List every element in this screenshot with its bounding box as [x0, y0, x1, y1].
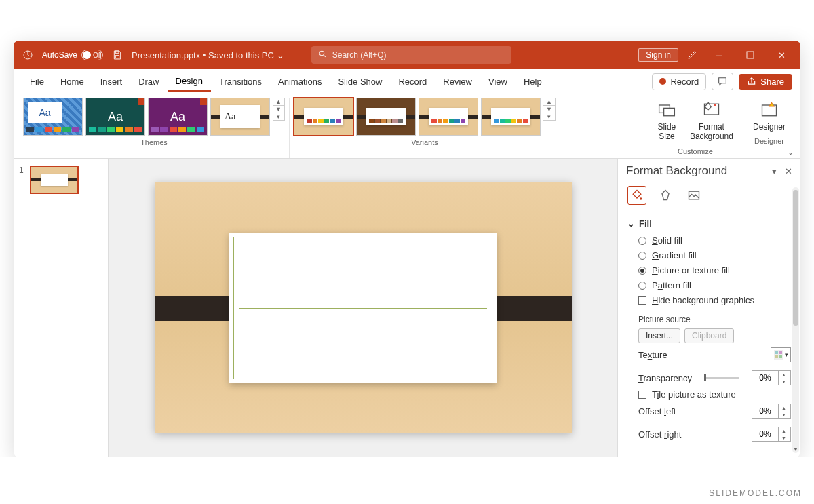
app-window: AutoSave Off Presentation.pptx • Saved t… — [14, 41, 800, 457]
pattern-fill-radio[interactable]: Pattern fill — [638, 280, 791, 290]
ribbon-group-themes: Aa Aa Aa Aa ▲▼▾ Themes — [19, 98, 290, 158]
hide-graphics-checkbox[interactable]: Hide background graphics — [638, 295, 791, 305]
format-background-button[interactable]: Format Background — [684, 98, 739, 144]
menu-transitions[interactable]: Transitions — [211, 73, 270, 91]
scroll-down-icon[interactable]: ▼ — [792, 445, 799, 453]
svg-point-8 — [714, 104, 716, 106]
app-icon — [20, 47, 35, 62]
picture-source-label: Picture source — [627, 309, 791, 328]
work-area: 1 Format Background ▾ ✕ — [14, 159, 800, 457]
chevron-down-icon[interactable]: ▼ — [543, 106, 555, 113]
texture-label: Texture — [638, 350, 667, 360]
slide-canvas[interactable] — [155, 182, 572, 433]
comments-button[interactable] — [712, 73, 733, 90]
panel-close-icon[interactable]: ✕ — [785, 166, 792, 176]
variant-thumb-3[interactable] — [419, 98, 478, 136]
offset-left-label: Offset left — [638, 406, 676, 416]
scrollbar-thumb[interactable] — [793, 190, 798, 326]
slide-thumbnail-1[interactable] — [30, 166, 79, 194]
variant-thumb-1[interactable] — [294, 98, 353, 136]
panel-scrollbar[interactable]: ▲ ▼ — [792, 187, 799, 453]
svg-rect-2 — [115, 56, 119, 58]
chevron-down-icon: ⌄ — [627, 218, 635, 229]
chevron-up-icon[interactable]: ▲ — [543, 98, 555, 106]
menu-insert[interactable]: Insert — [92, 73, 131, 91]
menu-animations[interactable]: Animations — [270, 73, 330, 91]
insert-button[interactable]: Insert... — [638, 328, 680, 343]
theme-thumb-4[interactable]: Aa — [210, 98, 270, 136]
offset-left-spinner[interactable]: ▲▼ — [752, 404, 791, 419]
menu-draw[interactable]: Draw — [130, 73, 167, 91]
fill-section-header[interactable]: ⌄ Fill — [627, 214, 791, 233]
save-icon[interactable] — [110, 47, 125, 62]
slide-canvas-area — [109, 159, 617, 457]
chevron-down-icon: ⌄ — [277, 50, 284, 60]
minimize-button[interactable]: ─ — [707, 45, 731, 64]
title-bar: AutoSave Off Presentation.pptx • Saved t… — [14, 41, 800, 69]
variant-thumb-2[interactable] — [356, 98, 416, 136]
coming-soon-icon[interactable] — [685, 47, 700, 62]
format-background-panel: Format Background ▾ ✕ ⌄ — [617, 159, 800, 457]
record-dot-icon — [659, 78, 666, 85]
autosave-toggle[interactable]: AutoSave Off — [42, 50, 103, 60]
fill-tab[interactable] — [627, 186, 646, 205]
picture-tab[interactable] — [684, 186, 703, 205]
collapse-ribbon-icon[interactable]: ⌄ — [788, 148, 794, 157]
menu-slideshow[interactable]: Slide Show — [330, 73, 390, 91]
ribbon-group-variants: ▲▼▾ Variants — [290, 98, 560, 158]
menu-view[interactable]: View — [480, 73, 516, 91]
sign-in-button[interactable]: Sign in — [638, 48, 678, 62]
variants-gallery-spinner[interactable]: ▲▼▾ — [543, 98, 556, 121]
variant-thumb-4[interactable] — [481, 98, 541, 136]
autosave-label: AutoSave — [42, 50, 77, 60]
slide-thumbnails-panel: 1 — [14, 159, 109, 457]
svg-rect-6 — [664, 108, 675, 115]
menu-record[interactable]: Record — [390, 73, 435, 91]
svg-rect-17 — [779, 355, 782, 358]
offset-right-spinner[interactable]: ▲▼ — [752, 427, 791, 442]
close-button[interactable]: ✕ — [769, 45, 794, 64]
offset-right-label: Offset right — [638, 429, 681, 440]
more-icon[interactable]: ▾ — [543, 113, 555, 120]
svg-marker-11 — [662, 191, 669, 200]
theme-thumb-3[interactable]: Aa — [148, 98, 208, 136]
svg-rect-1 — [115, 51, 119, 53]
panel-menu-icon[interactable]: ▾ — [772, 166, 777, 176]
share-button[interactable]: Share — [739, 74, 792, 90]
transparency-spinner[interactable]: ▲▼ — [752, 370, 791, 385]
gradient-fill-radio[interactable]: Gradient fill — [638, 250, 791, 260]
svg-rect-4 — [747, 52, 754, 58]
theme-thumb-1[interactable]: Aa — [23, 98, 83, 136]
picture-fill-radio[interactable]: Picture or texture fill — [638, 265, 791, 275]
panel-title: Format Background — [626, 164, 727, 178]
clipboard-button: Clipboard — [684, 328, 734, 343]
more-icon[interactable]: ▾ — [273, 113, 284, 120]
maximize-button[interactable] — [738, 45, 762, 64]
theme-thumb-2[interactable]: Aa — [85, 98, 145, 136]
chevron-down-icon[interactable]: ▼ — [273, 106, 284, 113]
themes-gallery-spinner[interactable]: ▲▼▾ — [273, 98, 285, 121]
document-title[interactable]: Presentation.pptx • Saved to this PC ⌄ — [132, 50, 284, 60]
texture-dropdown[interactable]: ▾ — [771, 347, 791, 362]
menu-review[interactable]: Review — [435, 73, 480, 91]
tile-checkbox[interactable]: Tile picture as texture — [627, 389, 791, 400]
menu-file[interactable]: File — [22, 73, 52, 91]
menu-home[interactable]: Home — [52, 73, 92, 91]
customize-label: Customize — [678, 144, 713, 159]
svg-point-10 — [640, 197, 642, 199]
menu-design[interactable]: Design — [168, 72, 211, 92]
effects-tab[interactable] — [656, 186, 675, 205]
slide-size-button[interactable]: Slide Size — [652, 98, 682, 144]
transparency-slider[interactable] — [704, 377, 739, 379]
ribbon-group-customize: Slide Size Format Background Customize — [648, 98, 743, 158]
variants-label: Variants — [411, 136, 438, 151]
solid-fill-radio[interactable]: Solid fill — [638, 235, 791, 246]
menu-help[interactable]: Help — [516, 73, 550, 91]
chevron-up-icon[interactable]: ▲ — [273, 98, 284, 106]
search-input[interactable]: Search (Alt+Q) — [311, 46, 511, 64]
record-button[interactable]: Record — [652, 73, 706, 90]
svg-rect-14 — [775, 351, 778, 354]
designer-button[interactable]: Designer — [748, 98, 791, 134]
transparency-label: Transparency — [638, 373, 692, 383]
menu-bar: File Home Insert Draw Design Transitions… — [14, 69, 800, 94]
